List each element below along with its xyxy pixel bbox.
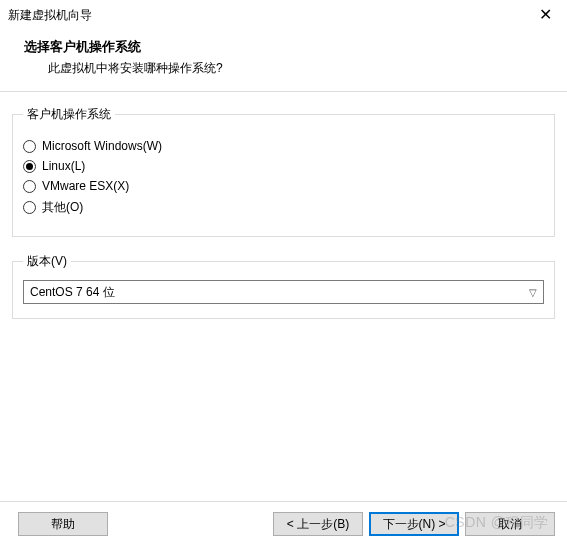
version-group: 版本(V) CentOS 7 64 位 ▽ [12, 253, 555, 319]
titlebar: 新建虚拟机向导 ✕ [0, 0, 567, 30]
help-button[interactable]: 帮助 [18, 512, 108, 536]
radio-linux[interactable]: Linux(L) [23, 159, 544, 173]
radio-icon [23, 201, 36, 214]
close-icon[interactable]: ✕ [533, 7, 557, 23]
radio-label: Microsoft Windows(W) [42, 139, 162, 153]
radio-vmware-esx[interactable]: VMware ESX(X) [23, 179, 544, 193]
next-button[interactable]: 下一步(N) > [369, 512, 459, 536]
radio-icon [23, 140, 36, 153]
chevron-down-icon: ▽ [529, 287, 537, 298]
version-selected-value: CentOS 7 64 位 [30, 284, 115, 301]
radio-label: 其他(O) [42, 199, 83, 216]
window-title: 新建虚拟机向导 [8, 7, 92, 24]
page-subtext: 此虚拟机中将安装哪种操作系统? [24, 60, 539, 77]
cancel-button[interactable]: 取消 [465, 512, 555, 536]
version-select[interactable]: CentOS 7 64 位 ▽ [23, 280, 544, 304]
radio-icon [23, 160, 36, 173]
wizard-content: 客户机操作系统 Microsoft Windows(W) Linux(L) VM… [0, 92, 567, 343]
back-button[interactable]: < 上一步(B) [273, 512, 363, 536]
version-legend: 版本(V) [23, 253, 71, 270]
radio-label: Linux(L) [42, 159, 85, 173]
radio-other[interactable]: 其他(O) [23, 199, 544, 216]
radio-label: VMware ESX(X) [42, 179, 129, 193]
radio-windows[interactable]: Microsoft Windows(W) [23, 139, 544, 153]
wizard-footer: 帮助 < 上一步(B) 下一步(N) > 取消 [0, 501, 567, 546]
guest-os-group: 客户机操作系统 Microsoft Windows(W) Linux(L) VM… [12, 106, 555, 237]
radio-icon [23, 180, 36, 193]
wizard-header: 选择客户机操作系统 此虚拟机中将安装哪种操作系统? [0, 30, 567, 91]
guest-os-legend: 客户机操作系统 [23, 106, 115, 123]
page-heading: 选择客户机操作系统 [24, 38, 539, 56]
